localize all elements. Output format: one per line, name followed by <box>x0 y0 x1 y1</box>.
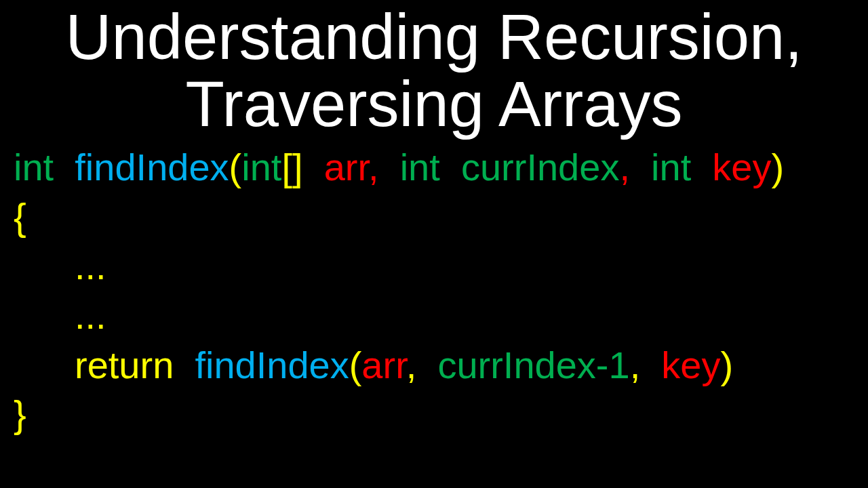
token-int: int <box>651 146 691 188</box>
code-block: int findIndex(int[] arr, int currIndex, … <box>0 143 868 439</box>
token-ellipsis: ... <box>14 242 106 291</box>
token-open-paren: ( <box>229 146 242 188</box>
code-line-ellipsis-2: ... <box>14 291 868 341</box>
token-currindex: currIndex <box>461 146 619 188</box>
title-line-2: Traversing Arrays <box>0 71 868 138</box>
token-comma: , <box>406 344 417 386</box>
token-comma: , <box>630 344 641 386</box>
token-arr: arr <box>361 344 406 386</box>
token-close-paren: ) <box>772 146 785 188</box>
title-line-1: Understanding Recursion, <box>0 4 868 71</box>
token-currindex: currIndex-1 <box>437 344 629 386</box>
token-key: key <box>712 146 771 188</box>
code-line-close-brace: } <box>14 390 868 439</box>
token-func: findIndex <box>195 344 349 386</box>
token-close-paren: ) <box>720 344 733 386</box>
token-brackets: [] <box>281 146 302 188</box>
token-return: return <box>75 344 174 386</box>
token-ellipsis: ... <box>14 291 106 341</box>
token-int: int <box>14 146 54 188</box>
code-line-return: return findIndex(arr, currIndex-1, key) <box>14 341 868 390</box>
token-comma: , <box>619 146 630 188</box>
token-int: int <box>400 146 440 188</box>
slide-title: Understanding Recursion, Traversing Arra… <box>0 0 868 138</box>
token-close-brace: } <box>14 392 26 435</box>
token-key: key <box>661 344 720 386</box>
code-line-ellipsis-1: ... <box>14 242 868 291</box>
token-arr: arr <box>324 146 368 188</box>
token-open-paren: ( <box>349 344 362 386</box>
token-func: findIndex <box>75 146 229 188</box>
token-open-brace: { <box>14 195 26 238</box>
token-int: int <box>241 146 281 188</box>
code-line-signature: int findIndex(int[] arr, int currIndex, … <box>14 143 868 192</box>
code-line-open-brace: { <box>14 192 868 242</box>
token-comma: , <box>368 146 379 188</box>
